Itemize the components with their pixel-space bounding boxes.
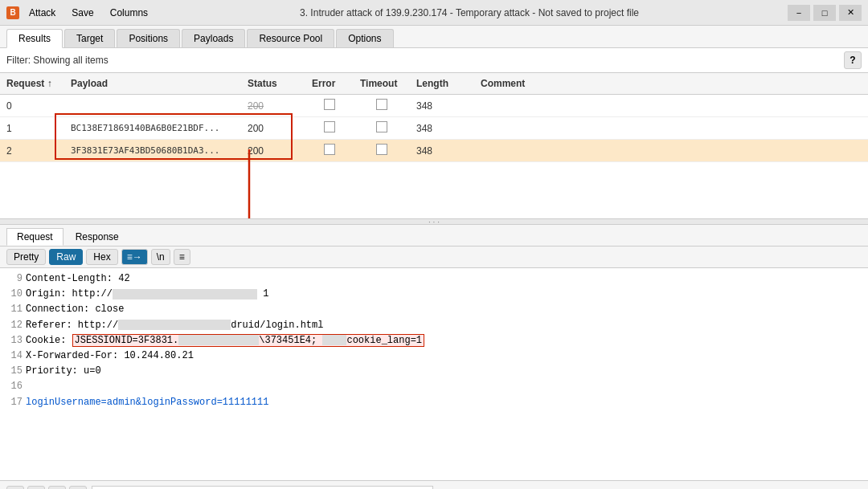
- tab-results[interactable]: Results: [6, 29, 63, 48]
- search-input[interactable]: [92, 486, 433, 490]
- empty-space: [0, 162, 868, 218]
- main-content: Request ↑ Payload Status Error Timeout L…: [0, 73, 868, 480]
- content-area: 9 Content-Length: 42 10 Origin: http:// …: [0, 268, 868, 480]
- tab-payloads[interactable]: Payloads: [182, 29, 245, 47]
- th-comment[interactable]: Comment: [474, 76, 868, 91]
- filter-text: Filter: Showing all items: [6, 55, 844, 66]
- td-error-2: [305, 142, 354, 159]
- content-line-16: 16: [6, 379, 862, 394]
- menu-columns[interactable]: Columns: [107, 6, 151, 20]
- td-length-2: 348: [410, 144, 474, 158]
- format-bar: Pretty Raw Hex ≡→ \n ≡: [0, 247, 868, 268]
- pane-resizer[interactable]: · · ·: [0, 218, 868, 225]
- th-status[interactable]: Status: [241, 76, 305, 91]
- format-pretty-button[interactable]: Pretty: [6, 249, 46, 265]
- filter-bar: Filter: Showing all items ?: [0, 48, 868, 73]
- format-hex-button[interactable]: Hex: [86, 249, 117, 265]
- td-comment-1: [474, 127, 868, 130]
- settings-icon-button[interactable]: ⚙: [27, 486, 45, 490]
- td-payload-1: BC138E71869140BA6B0E21BDF...: [64, 121, 241, 135]
- td-comment-2: [474, 149, 868, 153]
- th-error[interactable]: Error: [305, 76, 354, 91]
- td-error-1: [305, 120, 354, 137]
- content-line-10: 10 Origin: http:// 1: [6, 287, 862, 302]
- tab-response[interactable]: Response: [65, 228, 129, 246]
- format-special1-button[interactable]: ≡→: [121, 249, 148, 265]
- td-status-1: 200: [241, 121, 305, 136]
- content-line-11: 11 Connection: close: [6, 302, 862, 317]
- filter-help-button[interactable]: ?: [844, 51, 862, 69]
- td-request-2: 2: [0, 144, 64, 158]
- forward-icon-button[interactable]: →: [69, 486, 87, 490]
- content-line-13: 13 Cookie: JSESSIONID=3F3831.\373451E4; …: [6, 333, 862, 348]
- table-row[interactable]: 0 200 348: [0, 95, 868, 117]
- td-comment-0: [474, 104, 868, 108]
- close-button[interactable]: ✕: [839, 5, 862, 21]
- status-icons: ? ⚙ ← →: [6, 486, 87, 490]
- content-line-17: 17 loginUsername=admin&loginPassword=111…: [6, 395, 862, 410]
- maximize-button[interactable]: □: [813, 5, 836, 21]
- window-controls[interactable]: − □ ✕: [788, 5, 862, 21]
- td-status-2: 200: [241, 144, 305, 158]
- td-length-1: 348: [410, 121, 474, 136]
- help-icon-button[interactable]: ?: [6, 486, 24, 490]
- th-length[interactable]: Length: [410, 76, 474, 91]
- td-status-0: 200: [241, 99, 305, 113]
- status-bar: ? ⚙ ← → 0 matches Finished: [0, 480, 868, 489]
- tab-options[interactable]: Options: [336, 29, 393, 47]
- td-request-1: 1: [0, 121, 64, 136]
- content-line-15: 15 Priority: u=0: [6, 364, 862, 379]
- timeout-checkbox-0[interactable]: [376, 99, 387, 110]
- th-request[interactable]: Request ↑: [0, 76, 64, 91]
- back-icon-button[interactable]: ←: [48, 486, 66, 490]
- results-table-pane: Request ↑ Payload Status Error Timeout L…: [0, 73, 868, 218]
- th-payload[interactable]: Payload: [64, 76, 241, 91]
- table-row[interactable]: 2 3F3831E73AF43BD50680B1DA3... 200 348: [0, 140, 868, 162]
- req-res-tab-bar: Request Response: [0, 225, 868, 247]
- td-timeout-2: [354, 142, 410, 159]
- td-payload-2: 3F3831E73AF43BD50680B1DA3...: [64, 144, 241, 157]
- td-length-0: 348: [410, 99, 474, 113]
- menu-save[interactable]: Save: [68, 6, 96, 20]
- timeout-checkbox-1[interactable]: [376, 121, 387, 132]
- error-checkbox-0[interactable]: [324, 99, 335, 110]
- td-error-0: [305, 97, 354, 114]
- td-timeout-1: [354, 120, 410, 137]
- content-line-9: 9 Content-Length: 42: [6, 271, 862, 287]
- tab-request[interactable]: Request: [6, 228, 63, 246]
- th-timeout[interactable]: Timeout: [354, 76, 410, 91]
- menu-attack[interactable]: Attack: [26, 6, 59, 20]
- content-line-12: 12 Referer: http://druid/login.html: [6, 318, 862, 333]
- format-newline-button[interactable]: \n: [151, 249, 170, 265]
- menu-bar[interactable]: Attack Save Columns: [26, 6, 151, 20]
- table-header: Request ↑ Payload Status Error Timeout L…: [0, 73, 868, 95]
- error-checkbox-1[interactable]: [324, 121, 335, 132]
- error-checkbox-2[interactable]: [324, 144, 335, 155]
- td-request-0: 0: [0, 99, 64, 113]
- td-payload-0: [64, 104, 241, 108]
- timeout-checkbox-2[interactable]: [376, 144, 387, 155]
- table-row[interactable]: 1 BC138E71869140BA6B0E21BDF... 200 348: [0, 117, 868, 140]
- format-raw-button[interactable]: Raw: [49, 249, 83, 265]
- content-line-14: 14 X-Forwarded-For: 10.244.80.21: [6, 348, 862, 364]
- window-title: 3. Intruder attack of 139.9.230.174 - Te…: [151, 7, 788, 18]
- app-icon: B: [6, 6, 19, 19]
- tab-bar: Results Target Positions Payloads Resour…: [0, 26, 868, 48]
- title-bar: B Attack Save Columns 3. Intruder attack…: [0, 0, 868, 26]
- tab-positions[interactable]: Positions: [117, 29, 180, 47]
- tab-target[interactable]: Target: [64, 29, 115, 47]
- minimize-button[interactable]: −: [788, 5, 810, 21]
- td-timeout-0: [354, 97, 410, 114]
- bottom-pane: Request Response Pretty Raw Hex ≡→ \n ≡ …: [0, 225, 868, 480]
- tab-resource-pool[interactable]: Resource Pool: [247, 29, 334, 47]
- format-wrap-button[interactable]: ≡: [174, 249, 190, 265]
